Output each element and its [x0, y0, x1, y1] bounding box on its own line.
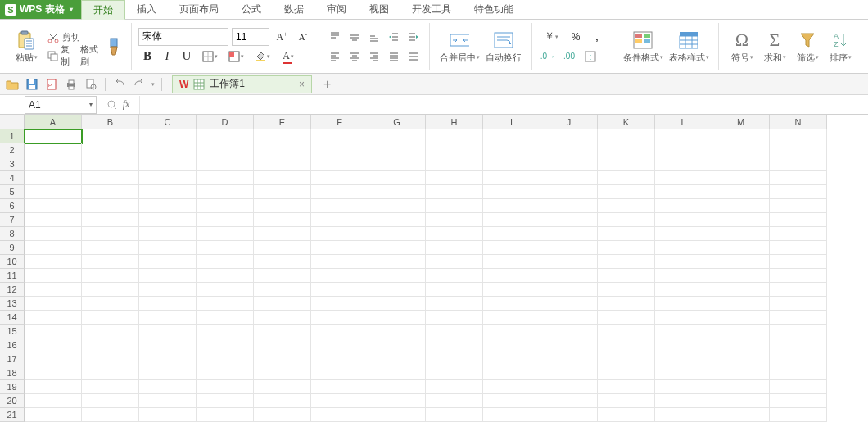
cell[interactable] [139, 143, 197, 157]
cell[interactable] [483, 283, 540, 297]
cell[interactable] [311, 171, 368, 185]
cell[interactable] [82, 394, 139, 408]
cell[interactable] [540, 143, 598, 157]
row-header[interactable]: 13 [0, 297, 25, 311]
name-box[interactable]: A1 ▾ [25, 96, 97, 114]
redo-button[interactable] [132, 77, 147, 92]
cell[interactable] [426, 352, 483, 366]
cell[interactable] [598, 241, 655, 255]
cell[interactable] [426, 325, 483, 338]
app-badge[interactable]: S WPS 表格 ▾ [0, 0, 81, 19]
cell[interactable] [25, 255, 82, 269]
cell[interactable] [254, 227, 311, 241]
cell[interactable] [483, 227, 540, 241]
cell[interactable] [311, 352, 368, 366]
cell[interactable] [311, 213, 368, 227]
decrease-indent-button[interactable] [385, 28, 403, 46]
cell[interactable] [311, 338, 368, 352]
cell[interactable] [483, 311, 540, 325]
cell[interactable] [25, 199, 82, 213]
cell[interactable] [368, 283, 426, 297]
row-header[interactable]: 19 [0, 380, 25, 394]
cell[interactable] [254, 380, 311, 394]
cell[interactable] [368, 241, 426, 255]
cell[interactable] [770, 394, 827, 408]
comma-button[interactable]: , [588, 28, 606, 46]
cell[interactable] [82, 129, 139, 143]
fx-icon[interactable]: fx [123, 98, 130, 111]
cell[interactable] [25, 325, 82, 338]
conditional-format-button[interactable]: 条件格式▾ [620, 23, 666, 70]
cell[interactable] [82, 171, 139, 185]
cell[interactable] [426, 255, 483, 269]
cell[interactable] [540, 227, 598, 241]
justify-button[interactable] [385, 48, 403, 66]
cell[interactable] [655, 213, 712, 227]
cell[interactable] [25, 366, 82, 380]
column-header[interactable]: D [197, 115, 254, 129]
cell[interactable] [197, 199, 254, 213]
cell[interactable] [598, 283, 655, 297]
cell[interactable] [540, 255, 598, 269]
cell[interactable] [139, 269, 197, 283]
cell[interactable] [25, 129, 82, 143]
cell[interactable] [770, 283, 827, 297]
cell[interactable] [426, 366, 483, 380]
cell[interactable] [712, 241, 770, 255]
cell[interactable] [712, 311, 770, 325]
fill-color-button[interactable]: ▾ [250, 48, 274, 66]
cell[interactable] [254, 143, 311, 157]
font-size-select[interactable] [232, 28, 269, 46]
column-header[interactable]: J [540, 115, 598, 129]
cell[interactable] [598, 255, 655, 269]
menu-tab-7[interactable]: 开发工具 [400, 0, 463, 19]
row-header[interactable]: 18 [0, 366, 25, 380]
cell[interactable] [655, 241, 712, 255]
cell[interactable] [139, 129, 197, 143]
cell[interactable] [25, 394, 82, 408]
cell[interactable] [368, 408, 426, 422]
cell[interactable] [139, 227, 197, 241]
cell[interactable] [25, 380, 82, 394]
column-header[interactable]: I [483, 115, 540, 129]
print-button[interactable] [64, 77, 79, 92]
cell[interactable] [655, 157, 712, 171]
row-header[interactable]: 10 [0, 255, 25, 269]
row-header[interactable]: 14 [0, 311, 25, 325]
increase-decimal-button[interactable]: .00 [560, 48, 578, 66]
cell[interactable] [770, 171, 827, 185]
cell[interactable] [540, 129, 598, 143]
cell[interactable] [311, 241, 368, 255]
cell[interactable] [483, 199, 540, 213]
row-header[interactable]: 7 [0, 213, 25, 227]
cell[interactable] [483, 394, 540, 408]
cell[interactable] [368, 394, 426, 408]
cell[interactable] [426, 129, 483, 143]
cell[interactable] [254, 199, 311, 213]
cell[interactable] [426, 185, 483, 199]
cell[interactable] [139, 297, 197, 311]
cell[interactable] [483, 380, 540, 394]
cell[interactable] [483, 338, 540, 352]
cell[interactable] [712, 129, 770, 143]
cell[interactable] [82, 255, 139, 269]
cell[interactable] [82, 283, 139, 297]
cell[interactable] [770, 143, 827, 157]
cell[interactable] [770, 338, 827, 352]
cell[interactable] [540, 269, 598, 283]
cell[interactable] [254, 241, 311, 255]
undo-button[interactable] [112, 77, 127, 92]
font-name-select[interactable] [138, 28, 228, 46]
filter-button[interactable]: 筛选▾ [791, 23, 824, 70]
align-right-button[interactable] [365, 48, 383, 66]
currency-button[interactable]: ￥▾ [539, 28, 563, 46]
cell[interactable] [712, 143, 770, 157]
print-preview-button[interactable] [84, 77, 98, 92]
cell[interactable] [197, 352, 254, 366]
cell[interactable] [368, 255, 426, 269]
cell[interactable] [197, 269, 254, 283]
cell[interactable] [197, 380, 254, 394]
cell[interactable] [254, 213, 311, 227]
menu-tab-1[interactable]: 插入 [125, 0, 168, 19]
cell[interactable] [483, 241, 540, 255]
